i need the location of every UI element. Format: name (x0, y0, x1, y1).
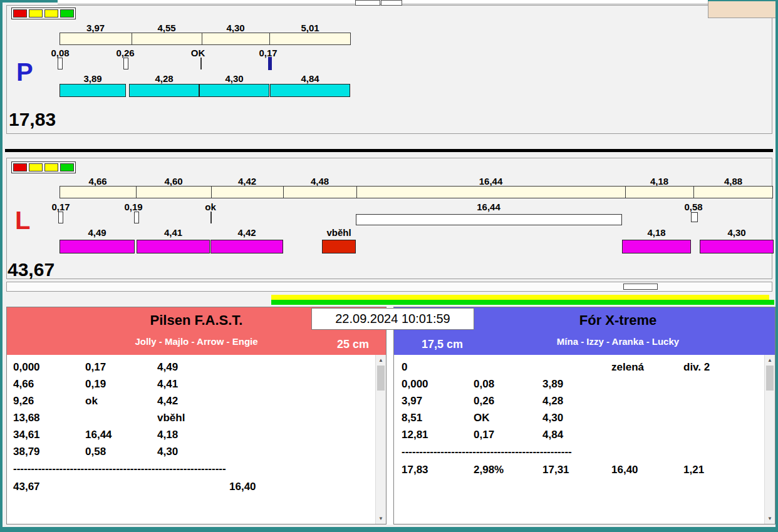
table-row: 0,0000,174,49 (13, 361, 373, 374)
yellow-light-icon (29, 9, 43, 18)
cell: 4,18 (157, 429, 229, 441)
exchange-tick-line (210, 212, 212, 223)
traffic-light-p (11, 8, 76, 19)
table-row: 9,26ok4,42 (13, 395, 373, 407)
scroll-up-icon[interactable]: ▲ (765, 355, 775, 366)
cell: vběhl (157, 412, 229, 424)
datetime-display: 22.09.2024 10:01:59 (311, 308, 474, 330)
split-bar-segment (202, 33, 270, 44)
total-row: 17,832,98%17,3116,401,21 (402, 464, 765, 476)
progress-bar-green (271, 300, 774, 305)
cell: 0,26 (474, 395, 542, 407)
background-window-box (355, 0, 380, 6)
split-bar-segment (212, 187, 284, 198)
split-time-label: 4,42 (211, 176, 283, 187)
scroll-down-icon[interactable]: ▼ (376, 513, 386, 524)
split-bar-segment (357, 187, 626, 198)
separator-row: ----------------------------------------… (13, 463, 251, 475)
split-time-label: 3,97 (60, 23, 132, 33)
exchange-time-label: 0,58 (677, 202, 710, 212)
cell: 0 (402, 361, 474, 374)
dog-time-bar (622, 240, 691, 253)
team-right-name: Fór X-treme (469, 312, 767, 329)
scroll-up-icon[interactable]: ▲ (376, 355, 386, 366)
split-bar-segment (132, 33, 202, 44)
split-bar-segment (270, 33, 350, 44)
exchange-time-label: 0,19 (117, 202, 150, 212)
cell: 34,61 (13, 429, 85, 441)
exchange-time-label: OK (182, 48, 214, 58)
dog-time-label: 4,84 (270, 73, 350, 84)
exchange-time-label: ok (194, 202, 227, 212)
cell: 4,30 (542, 412, 611, 424)
cell (85, 412, 157, 424)
exchange-time-label: 0,26 (109, 48, 142, 58)
lane-p-total: 17,83 (9, 110, 56, 129)
table-left-scrollbar[interactable]: ▲ ▼ (375, 355, 386, 524)
exchange-time-label: 0,08 (44, 48, 76, 58)
cell: 2,98% (474, 464, 542, 476)
dog-time-label: 3,89 (60, 73, 126, 84)
table-row: 8,51OK4,30 (402, 412, 765, 424)
green-light-icon (60, 163, 74, 171)
cell: div. 2 (683, 361, 759, 374)
frame-bottom (0, 527, 778, 532)
cell (85, 481, 157, 493)
scrollbar-thumb[interactable] (766, 366, 774, 391)
scrollbar-thumb[interactable] (377, 366, 385, 391)
separator-row: ----------------------------------------… (402, 446, 589, 458)
team-right-jump-height: 17,5 cm (408, 338, 477, 351)
dog-time-label: 4,42 (210, 227, 283, 238)
dog-time-bar (60, 84, 126, 97)
progress-bar-yellow (271, 295, 769, 300)
split-bar-segment (60, 33, 132, 44)
split-time-label: 4,60 (136, 176, 211, 187)
split-bar-segment (60, 187, 137, 198)
exchange-tick-blue (268, 57, 272, 70)
table-row: 13,68vběhl (13, 412, 373, 424)
dog-fault-label: vběhl (322, 227, 356, 238)
traffic-light-l (11, 161, 76, 173)
background-window-box (381, 0, 402, 6)
exchange-tick (691, 212, 698, 222)
cell: 38,79 (13, 446, 85, 458)
frame-left (0, 0, 3, 532)
table-row: 34,6116,444,18 (13, 429, 373, 441)
cell: 9,26 (13, 395, 85, 407)
dog-time-label: 4,30 (700, 227, 774, 238)
cell: 43,67 (13, 481, 85, 493)
lane-p-letter: P (16, 59, 33, 84)
yellow-light2-icon (44, 163, 58, 171)
table-row: 12,810,174,84 (402, 429, 765, 441)
exchange-tick (58, 58, 63, 69)
split-time-label: 4,66 (60, 176, 136, 187)
split-time-label: 4,18 (625, 176, 693, 187)
table-right-scrollbar[interactable]: ▲ ▼ (764, 355, 775, 524)
cell: 0,08 (474, 378, 542, 391)
table-row: 0,0000,083,89 (402, 378, 765, 391)
dog-time-bar (210, 240, 283, 253)
cell: ok (85, 395, 157, 407)
frame-right (775, 0, 778, 532)
split-time-label: 4,55 (132, 23, 202, 33)
cell: 16,40 (611, 464, 683, 476)
cell: 0,000 (13, 361, 85, 374)
split-bar-l (60, 186, 773, 198)
dog-time-label: 4,18 (622, 227, 691, 238)
exchange-time-label: 16,44 (466, 202, 511, 212)
red-light-icon (13, 9, 27, 18)
panel-gap (386, 307, 393, 524)
split-time-label: 16,44 (356, 176, 625, 187)
split-time-label: 4,88 (693, 176, 773, 187)
table-row: 3,970,264,28 (402, 395, 765, 407)
scroll-down-icon[interactable]: ▼ (765, 513, 775, 524)
cell: 0,17 (474, 429, 542, 441)
cell: 4,28 (542, 395, 611, 407)
cell: zelená (611, 361, 683, 374)
yellow-light2-icon (44, 9, 58, 18)
long-gap-bar (356, 214, 622, 225)
dog-time-label: 4,49 (60, 227, 135, 238)
cell: 12,81 (402, 429, 474, 441)
split-bar-segment (626, 187, 694, 198)
timeline-marker (623, 284, 658, 290)
